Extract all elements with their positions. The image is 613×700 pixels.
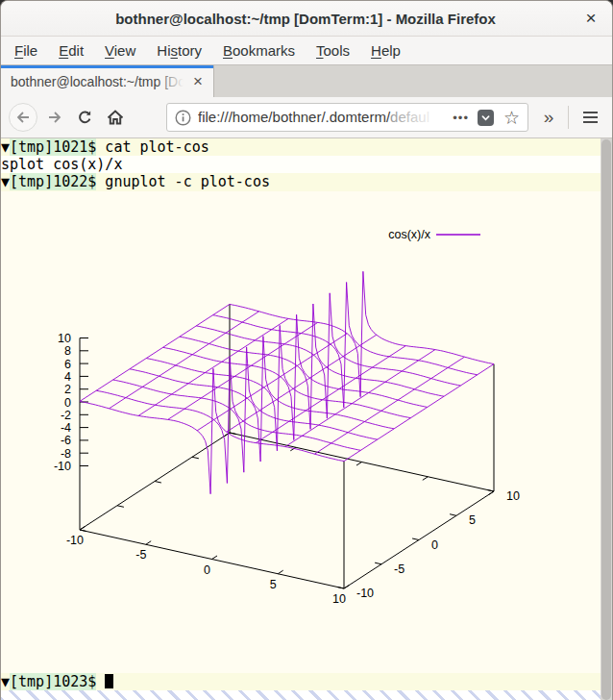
svg-text:6: 6 (64, 358, 71, 371)
menu-help[interactable]: Help (360, 38, 411, 62)
back-arrow-icon (14, 109, 32, 126)
menu-file[interactable]: File (4, 38, 48, 62)
svg-text:-8: -8 (61, 447, 71, 461)
svg-text:4: 4 (64, 370, 71, 384)
terminal-cursor[interactable] (105, 674, 113, 688)
navigation-toolbar: file:///home/bothner/.domterm/defaul •••… (1, 97, 612, 138)
fold-marker[interactable]: ▼ (1, 673, 10, 690)
tab-label: bothner@localhost:~/tmp [DomTerm:1] (11, 73, 188, 90)
fold-marker[interactable]: ▼ (1, 173, 10, 190)
firefox-window: bothner@localhost:~/tmp [DomTerm:1] - Mo… (0, 0, 613, 700)
svg-text:-6: -6 (61, 434, 71, 447)
svg-text:-2: -2 (61, 409, 71, 422)
reload-icon (76, 109, 94, 127)
svg-text:0: 0 (431, 538, 438, 552)
tab-close-icon[interactable]: × (188, 72, 208, 91)
output-text: splot cos(x)/x (1, 156, 122, 173)
page-info-icon[interactable] (175, 110, 191, 126)
menu-history[interactable]: History (146, 38, 212, 62)
svg-text:10: 10 (332, 592, 346, 606)
svg-text:5: 5 (469, 513, 476, 527)
terminal-line-1: ▼[tmp]1021$ cat plot-cos (1, 138, 612, 156)
fold-marker[interactable]: ▼ (1, 138, 10, 156)
svg-text:-5: -5 (135, 548, 146, 562)
scrollbar-thumb[interactable] (601, 139, 611, 700)
svg-text:0: 0 (204, 563, 210, 577)
url-bar[interactable]: file:///home/bothner/.domterm/defaul •••… (166, 103, 528, 132)
command-text: cat plot-cos (96, 138, 208, 156)
menu-view[interactable]: View (94, 38, 146, 62)
prompt-space (96, 673, 105, 690)
toolbar-divider (568, 106, 569, 129)
url-text[interactable]: file:///home/bothner/.domterm/defaul (198, 108, 449, 127)
end-of-buffer-stripes (1, 690, 601, 700)
tab-domterm[interactable]: bothner@localhost:~/tmp [DomTerm:1] × (1, 65, 214, 97)
tab-bar: bothner@localhost:~/tmp [DomTerm:1] × (1, 64, 612, 97)
bookmark-star-icon[interactable]: ☆ (503, 109, 520, 127)
active-tab-indicator (1, 65, 213, 68)
menu-tools[interactable]: Tools (306, 38, 360, 62)
forward-button[interactable] (43, 106, 66, 129)
home-icon (106, 108, 125, 127)
gnuplot-surface-chart: 1086420-2-4-6-8-10-10-50510-10-50510cos(… (1, 191, 602, 636)
svg-text:2: 2 (64, 383, 71, 396)
pocket-save-icon[interactable] (478, 110, 494, 126)
home-button[interactable] (105, 107, 126, 128)
svg-text:cos(x)/x: cos(x)/x (388, 228, 431, 241)
shell-prompt: [tmp]1021$ (10, 138, 96, 156)
svg-text:-10: -10 (356, 587, 374, 600)
titlebar: bothner@localhost:~/tmp [DomTerm:1] - Mo… (1, 1, 612, 37)
menu-bookmarks[interactable]: Bookmarks (212, 38, 306, 62)
terminal-prompt-line: ▼[tmp]1023$ (1, 673, 601, 690)
menubar: FileEditViewHistoryBookmarksToolsHelp (1, 37, 612, 64)
svg-text:10: 10 (58, 332, 71, 345)
terminal-line-3: ▼[tmp]1022$ gnuplot -c plot-cos (1, 173, 612, 190)
window-title: bothner@localhost:~/tmp [DomTerm:1] - Mo… (32, 11, 579, 27)
back-button[interactable] (9, 103, 37, 132)
svg-text:-5: -5 (394, 562, 405, 576)
url-secondary: defaul (390, 109, 429, 125)
page-actions-icon[interactable]: ••• (453, 111, 469, 125)
overflow-chevron-icon[interactable]: » (536, 107, 561, 128)
scrollbar[interactable] (601, 138, 612, 700)
reload-button[interactable] (74, 107, 95, 128)
terminal-line-2: splot cos(x)/x (1, 156, 612, 173)
window-close-icon[interactable]: × (579, 7, 602, 30)
forward-arrow-icon (46, 109, 63, 126)
svg-text:10: 10 (506, 489, 520, 503)
menu-edit[interactable]: Edit (48, 38, 94, 62)
svg-text:5: 5 (270, 578, 277, 591)
svg-text:-4: -4 (61, 421, 71, 435)
svg-text:0: 0 (64, 396, 71, 410)
shell-prompt: [tmp]1023$ (10, 673, 96, 690)
menu-hamburger-icon[interactable] (576, 108, 604, 127)
svg-text:-10: -10 (54, 460, 71, 473)
svg-text:-10: -10 (66, 534, 84, 547)
url-primary: file:///home/bothner/.domterm/ (198, 109, 390, 125)
shell-prompt: [tmp]1022$ (10, 173, 96, 190)
domterm-terminal[interactable]: ▼[tmp]1021$ cat plot-cos splot cos(x)/x … (1, 138, 612, 700)
command-text: gnuplot -c plot-cos (96, 173, 270, 190)
svg-text:8: 8 (64, 344, 71, 358)
